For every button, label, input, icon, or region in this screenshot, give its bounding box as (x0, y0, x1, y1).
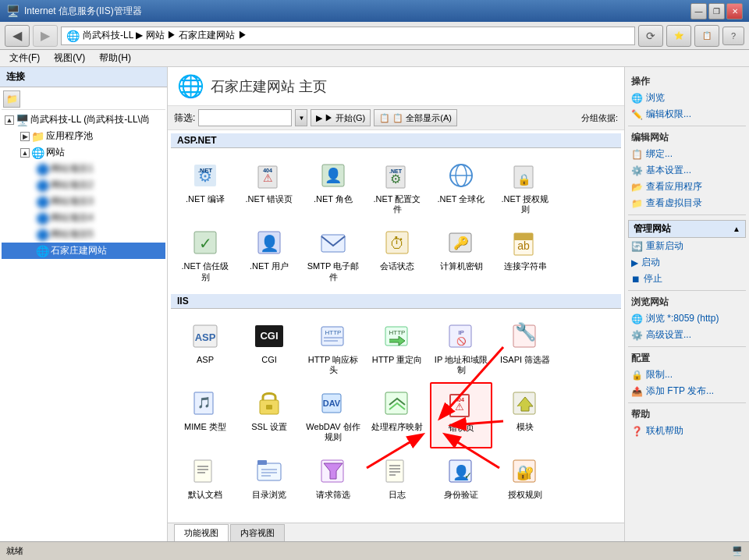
action-view-apps[interactable]: 📂 查看应用程序 (628, 179, 746, 195)
site5-icon: 🔵 (36, 229, 48, 241)
icon-session[interactable]: ⏱ 会话状态 (366, 222, 428, 287)
edit-site-title: 编辑网站 (628, 129, 746, 146)
help-address-button[interactable]: ? (722, 27, 744, 45)
icon-net-auth[interactable]: 🔒 .NET 授权规则 (494, 154, 556, 220)
back-button[interactable]: ◀ (5, 25, 30, 47)
tab-content-view[interactable]: 内容视图 (230, 524, 285, 541)
stop-label: 停止 (644, 272, 662, 285)
icon-webdav[interactable]: DAV WebDAV 创作规则 (302, 382, 364, 448)
restore-button[interactable]: ❐ (708, 3, 725, 19)
action-browse[interactable]: 🌐 浏览 (628, 90, 746, 106)
sidebar-item-site1[interactable]: 🔵 网站项目1 (2, 161, 165, 177)
icon-net-config[interactable]: ⚙ .NET .NET 配置文件 (366, 154, 428, 220)
start-button[interactable]: ▶ ▶ 开始(G) (311, 109, 371, 126)
icon-http-redirect[interactable]: HTTP HTTP 重定向 (366, 315, 428, 381)
sidebar-item-site4[interactable]: 🔵 网站项目4 (2, 210, 165, 226)
forward-button[interactable]: ▶ (33, 25, 58, 47)
action-view-vdir[interactable]: 📁 查看虚拟目录 (628, 195, 746, 211)
icon-net-trust[interactable]: ✓ .NET 信任级别 (174, 222, 236, 287)
show-all-button[interactable]: 📋 📋 全部显示(A) (374, 109, 457, 126)
tab-feature-view[interactable]: 功能视图 (174, 524, 229, 541)
icon-authz[interactable]: 🔐 授权规则 (494, 450, 556, 505)
icon-req-filter[interactable]: 请求筛选 (302, 450, 364, 505)
svg-text:⚙: ⚙ (390, 172, 401, 186)
root-label: 尚武科技-LL (尚武科技-LL\尚 (30, 113, 150, 126)
binding-label: 绑定... (646, 147, 673, 161)
action-ftp[interactable]: 📤 添加 FTP 发布... (628, 383, 746, 399)
icon-logging[interactable]: 日志 (366, 450, 428, 505)
icon-error-page[interactable]: ⚠ 404 错误页 (430, 382, 492, 448)
action-edit-perms[interactable]: ✏️ 编辑权限... (628, 106, 746, 122)
sidebar-item-site5[interactable]: 🔵 网站项目5 (2, 226, 165, 243)
favorites-button[interactable]: ⭐ (666, 25, 691, 47)
sidebar-item-root[interactable]: ▲ 🖥️ 尚武科技-LL (尚武科技-LL\尚 (2, 112, 165, 128)
action-advanced[interactable]: ⚙️ 高级设置... (628, 327, 746, 343)
action-browse-8059[interactable]: 🌐 浏览 *:8059 (http) (628, 310, 746, 327)
action-stop[interactable]: ⏹ 停止 (628, 271, 746, 287)
icon-handler[interactable]: 处理程序映射 (366, 382, 428, 448)
icon-extra2[interactable]: 目录浏览 (238, 515, 300, 523)
title-bar-buttons: — ❐ ✕ (690, 3, 743, 19)
action-binding[interactable]: 📋 绑定... (628, 146, 746, 162)
svg-text:🔧: 🔧 (515, 322, 537, 342)
action-start[interactable]: ▶ 启动 (628, 254, 746, 271)
divider3 (628, 290, 746, 291)
minimize-button[interactable]: — (690, 3, 707, 19)
icon-connstring[interactable]: ab 连接字符串 (494, 222, 556, 287)
sidebar-item-site3[interactable]: 🔵 网站项目3 (2, 193, 165, 210)
http-redirect-label: HTTP 重定向 (372, 355, 423, 365)
action-online-help[interactable]: ❓ 联机帮助 (628, 423, 746, 439)
icon-net-role[interactable]: 👤 .NET 角色 (302, 154, 364, 220)
root-expand[interactable]: ▲ (5, 115, 14, 125)
refresh-button[interactable]: ⟳ (638, 25, 663, 47)
action-basic-settings[interactable]: ⚙️ 基本设置... (628, 162, 746, 179)
content-title-text: 石家庄建网站 主页 (211, 77, 327, 96)
menu-view[interactable]: 视图(V) (48, 50, 91, 66)
icon-cgi[interactable]: CGI CGI (238, 315, 300, 381)
svg-text:⏱: ⏱ (389, 235, 405, 252)
sidebar-item-site2[interactable]: 🔵 网站项目2 (2, 177, 165, 193)
icon-ip-restrict[interactable]: IP 🚫 IP 地址和域限制 (430, 315, 492, 381)
dir-browse-icon (254, 455, 285, 487)
ip-restrict-icon: IP 🚫 (445, 321, 477, 352)
icon-modules[interactable]: 模块 (494, 382, 556, 448)
extra-grid: 默认文档 目录浏览 (171, 512, 621, 523)
sjz-label: 石家庄建网站 (51, 244, 107, 257)
icon-machinekey[interactable]: 🔑 计算机密钥 (430, 222, 492, 287)
action-limit[interactable]: 🔒 限制... (628, 367, 746, 383)
icon-ssl[interactable]: SSL 设置 (238, 382, 300, 448)
sidebar-new-btn[interactable]: 📁 (3, 90, 20, 108)
req-filter-icon (318, 455, 349, 487)
sites-expand[interactable]: ▲ (20, 148, 30, 158)
icon-net-compile[interactable]: ⚙ .NET .NET 编译 (174, 154, 236, 220)
svg-text:👤: 👤 (260, 234, 279, 253)
icon-authn[interactable]: 👤 ✓ 身份验证 (430, 450, 492, 505)
edit-perms-label: 编辑权限... (646, 108, 691, 121)
svg-text:🔑: 🔑 (453, 236, 469, 250)
history-button[interactable]: 📋 (694, 25, 719, 47)
forward-icon: ▶ (41, 28, 50, 43)
icon-http-header[interactable]: HTTP HTTP 响应标头 (302, 315, 364, 381)
icon-extra1[interactable]: 默认文档 (174, 515, 236, 523)
action-restart[interactable]: 🔄 重新启动 (628, 238, 746, 254)
filter-dropdown[interactable]: ▼ (295, 109, 307, 126)
sidebar-item-apppool[interactable]: ▶ 📁 应用程序池 (2, 128, 165, 144)
sidebar-item-sites[interactable]: ▲ 🌐 网站 (2, 144, 165, 161)
menu-help[interactable]: 帮助(H) (93, 50, 137, 66)
menu-file[interactable]: 文件(F) (3, 50, 46, 66)
icon-smtp[interactable]: SMTP 电子邮件 (302, 222, 364, 287)
manage-collapse[interactable]: ▲ (733, 225, 740, 233)
filter-input[interactable] (198, 109, 292, 126)
icon-net-global[interactable]: .NET 全球化 (430, 154, 492, 220)
icon-mime[interactable]: 🎵 MIME 类型 (174, 382, 236, 448)
svg-text:✓: ✓ (464, 470, 472, 481)
apppool-expand[interactable]: ▶ (20, 132, 30, 141)
icon-asp[interactable]: ASP ASP (174, 315, 236, 381)
icon-net-error[interactable]: ⚠ 404 .NET 错误页 (238, 154, 300, 220)
icon-dir-browse[interactable]: 目录浏览 (238, 450, 300, 505)
close-button[interactable]: ✕ (726, 3, 743, 19)
icon-net-user[interactable]: 👤 .NET 用户 (238, 222, 300, 287)
icon-isapi[interactable]: 🔧 ISAPI 筛选器 (494, 315, 556, 381)
icon-default-doc[interactable]: 默认文档 (174, 450, 236, 505)
sidebar-item-sjz[interactable]: 🌐 石家庄建网站 (2, 243, 165, 259)
